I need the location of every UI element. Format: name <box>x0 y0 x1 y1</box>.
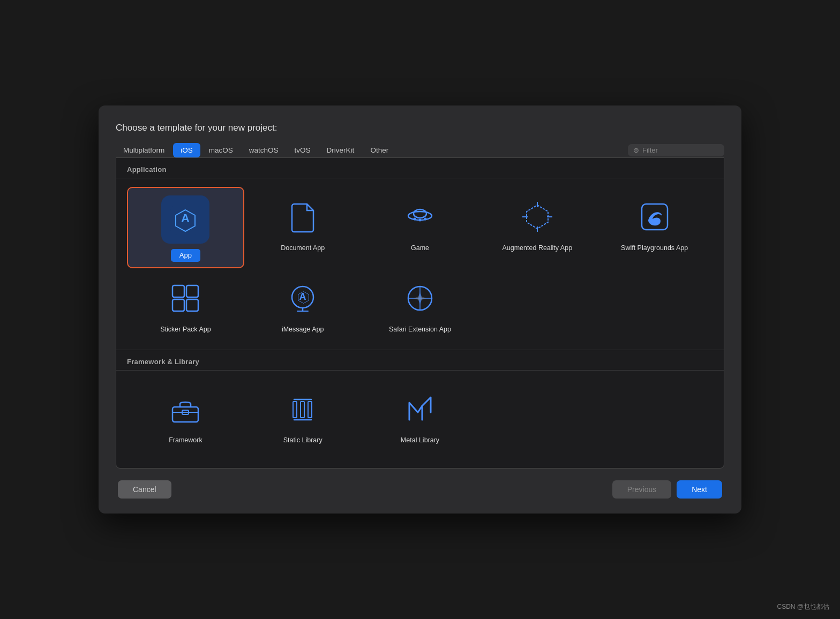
template-framework[interactable]: Framework <box>127 379 244 452</box>
application-grid: A App Document App <box>116 178 724 350</box>
ar-app-label: Augmented Reality App <box>502 244 572 253</box>
document-app-icon <box>281 195 324 238</box>
svg-rect-27 <box>301 402 304 418</box>
filter-box: ⊜ <box>628 144 724 156</box>
filter-input[interactable] <box>642 146 719 154</box>
template-document-app[interactable]: Document App <box>244 187 362 268</box>
watermark: CSDN @乜乜都估 <box>777 602 829 612</box>
tab-ios[interactable]: iOS <box>173 143 200 157</box>
tab-driverkit[interactable]: DriverKit <box>319 143 362 157</box>
tab-watchos[interactable]: watchOS <box>242 143 286 157</box>
app-label: App <box>171 249 200 262</box>
metal-library-label: Metal Library <box>401 436 439 446</box>
game-label: Game <box>411 244 429 253</box>
template-sticker-pack[interactable]: Sticker Pack App <box>127 268 244 341</box>
svg-point-4 <box>413 218 416 221</box>
template-safari-extension[interactable]: Safari Extension App <box>362 268 479 341</box>
metal-library-icon <box>399 388 441 431</box>
tab-other[interactable]: Other <box>363 143 396 157</box>
tab-tvos[interactable]: tvOS <box>287 143 318 157</box>
template-imessage[interactable]: A iMessage App <box>244 268 362 341</box>
static-library-icon <box>281 388 324 431</box>
imessage-label: iMessage App <box>282 325 324 335</box>
document-app-label: Document App <box>281 244 325 253</box>
svg-rect-14 <box>172 299 184 311</box>
svg-point-6 <box>424 218 426 221</box>
imessage-icon: A <box>281 277 324 320</box>
svg-rect-12 <box>172 285 184 297</box>
safari-extension-label: Safari Extension App <box>389 325 451 335</box>
tab-bar: Multiplatform iOS macOS watchOS tvOS Dri… <box>116 143 724 158</box>
template-metal-library[interactable]: Metal Library <box>362 379 479 452</box>
svg-text:A: A <box>181 212 190 225</box>
svg-rect-15 <box>186 299 198 311</box>
svg-rect-26 <box>293 402 297 418</box>
framework-section-header: Framework & Library <box>116 350 724 370</box>
app-icon: A <box>161 195 209 244</box>
framework-grid: Framework Static Library <box>116 371 724 461</box>
next-button[interactable]: Next <box>677 480 722 499</box>
static-library-label: Static Library <box>283 436 322 446</box>
tab-bar-left: Multiplatform iOS macOS watchOS tvOS Dri… <box>116 143 628 157</box>
swift-playgrounds-icon <box>633 195 676 238</box>
bottom-bar: Cancel Previous Next <box>116 480 724 499</box>
application-section-header: Application <box>116 158 724 178</box>
ar-app-icon <box>516 195 559 238</box>
tab-macos[interactable]: macOS <box>201 143 241 157</box>
filter-icon: ⊜ <box>633 146 639 154</box>
svg-point-3 <box>414 209 426 218</box>
template-app[interactable]: A App <box>127 187 244 268</box>
template-ar-app[interactable]: Augmented Reality App <box>478 187 596 268</box>
template-game[interactable]: Game <box>362 187 479 268</box>
template-static-library[interactable]: Static Library <box>244 379 362 452</box>
content-area: Application A App <box>116 158 724 469</box>
svg-rect-28 <box>308 402 312 418</box>
framework-label: Framework <box>169 436 202 446</box>
svg-rect-11 <box>642 204 668 230</box>
svg-point-5 <box>418 219 421 222</box>
bottom-right-buttons: Previous Next <box>612 480 722 499</box>
swift-playgrounds-label: Swift Playgrounds App <box>621 244 688 253</box>
previous-button[interactable]: Previous <box>612 480 671 499</box>
svg-rect-13 <box>186 285 198 297</box>
template-swift-playgrounds[interactable]: Swift Playgrounds App <box>596 187 713 268</box>
framework-icon <box>164 388 207 431</box>
dialog: Choose a template for your new project: … <box>99 105 741 514</box>
sticker-pack-icon <box>164 277 207 320</box>
safari-extension-icon <box>399 277 441 320</box>
tab-multiplatform[interactable]: Multiplatform <box>116 143 172 157</box>
svg-text:A: A <box>299 291 306 302</box>
dialog-title: Choose a template for your new project: <box>116 123 724 133</box>
cancel-button[interactable]: Cancel <box>118 480 171 499</box>
sticker-pack-label: Sticker Pack App <box>160 325 211 335</box>
game-icon <box>399 195 441 238</box>
